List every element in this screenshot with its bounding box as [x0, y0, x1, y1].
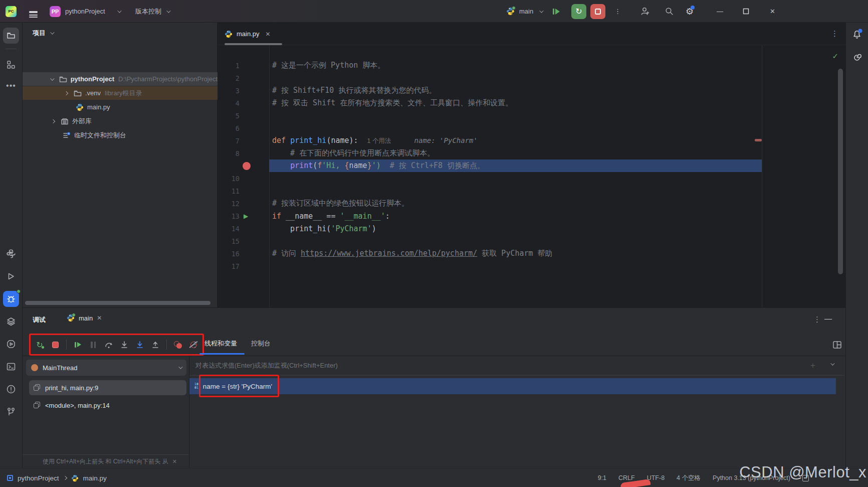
project-tool-icon[interactable] [3, 28, 19, 44]
stop-icon[interactable] [51, 340, 60, 349]
usage-inlay[interactable]: 1 个用法 [367, 137, 391, 144]
line-number: 2 [218, 74, 240, 82]
session-close-icon[interactable]: ✕ [97, 314, 102, 321]
breadcrumb-file[interactable]: main.py [83, 474, 107, 482]
step-out-icon[interactable] [151, 340, 160, 349]
watch-expression-bar[interactable]: 对表达式求值(Enter)或添加监视(Ctrl+Shift+Enter) + [189, 356, 844, 376]
tab-threads-variables[interactable]: 线程和变量 [204, 339, 237, 348]
project-selector[interactable]: pythonProject [65, 0, 105, 23]
rerun-debug-button[interactable]: ↻ [571, 0, 586, 23]
tab-close-icon[interactable]: ✕ [266, 31, 271, 38]
debug-tool-icon[interactable] [3, 291, 19, 307]
gutter [240, 162, 269, 170]
debug-options-icon[interactable]: ⋮ [813, 315, 821, 324]
frame-row-print-hi[interactable]: print_hi, main.py:9 [29, 380, 186, 395]
code-text[interactable]: # 按 双击 Shift 在所有地方搜索类、文件、工具窗口、操作和设置。 [269, 98, 513, 108]
git-tool-icon[interactable] [7, 407, 16, 417]
code-text[interactable]: # 在下面的代码行中使用断点来调试脚本。 [269, 148, 435, 158]
tab-console[interactable]: 控制台 [251, 339, 271, 348]
tab-main-py[interactable]: main.py ✕ [225, 23, 271, 45]
vcs-chevron-icon[interactable] [166, 0, 169, 23]
more-tools-icon[interactable]: ••• [6, 81, 16, 90]
structure-tool-icon[interactable] [7, 60, 16, 69]
more-actions-icon[interactable]: ⋮ [614, 0, 621, 23]
code-text[interactable]: # 这是一个示例 Python 脚本。 [269, 61, 385, 70]
toolbar-separator [166, 340, 167, 350]
step-into-icon[interactable] [120, 340, 129, 349]
expand-chevron-icon[interactable] [50, 76, 54, 80]
view-breakpoints-icon[interactable] [173, 340, 182, 349]
add-user-icon[interactable] [640, 0, 650, 23]
hint-close-icon[interactable]: ✕ [172, 458, 177, 465]
debug-minimize-icon[interactable]: — [824, 314, 832, 322]
step-into-my-code-icon[interactable] [135, 340, 144, 349]
code-text[interactable]: if __name__ == '__main__': [269, 212, 390, 221]
indent-style[interactable]: 4 个空格 [677, 474, 701, 482]
code-text[interactable]: # 访问 https://www.jetbrains.com/help/pych… [269, 249, 553, 258]
python-interpreter[interactable]: Python 3.13 (pythonProject) [713, 474, 790, 481]
run-config-selector[interactable]: main [519, 0, 533, 23]
rerun-debug-icon[interactable]: ↻ [35, 340, 44, 349]
watch-chevron-icon[interactable] [830, 361, 834, 365]
add-watch-icon[interactable]: + [810, 361, 815, 371]
variable-row-name[interactable]: 1001 name = {str} 'PyCharm' [189, 378, 836, 394]
code-text[interactable]: # 按 Shift+F10 执行或将其替换为您的代码。 [269, 86, 436, 95]
code-line: 12# 按装订区域中的绿色按钮以运行脚本。 [218, 197, 845, 210]
layout-settings-icon[interactable] [833, 341, 841, 349]
collapse-chevron-icon[interactable] [64, 91, 68, 95]
settings-gear-icon[interactable]: ⚙ [686, 0, 694, 23]
tree-row-external-libs[interactable]: 外部库 [23, 114, 218, 128]
main-menu-icon[interactable] [29, 0, 38, 23]
tree-row-venv[interactable]: .venv library根目录 [23, 86, 218, 100]
lock-icon[interactable] [802, 475, 809, 481]
resume-icon[interactable] [73, 340, 82, 349]
thread-selector[interactable]: MainThread [26, 360, 186, 376]
resume-program-icon[interactable] [553, 0, 560, 23]
python-console-icon[interactable] [6, 249, 16, 259]
project-chevron-icon[interactable] [117, 0, 120, 23]
code-text[interactable]: # 按装订区域中的绿色按钮以运行脚本。 [269, 199, 409, 208]
inspections-ok-icon[interactable]: ✓ [832, 52, 838, 61]
tree-row-main-py[interactable]: main.py [23, 100, 218, 114]
maximize-button[interactable] [743, 0, 749, 23]
code-area[interactable]: 1# 这是一个示例 Python 脚本。23# 按 Shift+F10 执行或将… [218, 45, 845, 307]
close-button[interactable]: ✕ [770, 0, 775, 23]
debug-session-tab[interactable]: main ✕ [67, 314, 102, 322]
code-text[interactable]: print(f'Hi, {name}') # 按 Ctrl+F8 切换断点。 [269, 161, 485, 171]
hint-text: 使用 Ctrl+Alt+向上箭头 和 Ctrl+Alt+向下箭头 从 [43, 457, 168, 466]
stop-button[interactable] [590, 0, 605, 23]
caret-position[interactable]: 9:1 [598, 474, 606, 481]
step-over-icon[interactable] [104, 340, 113, 349]
ai-assistant-icon[interactable] [852, 53, 862, 63]
vcs-selector[interactable]: 版本控制 [135, 0, 161, 23]
services-tool-icon[interactable] [7, 317, 16, 327]
toolbar-more-icon[interactable]: ⋮ [191, 340, 199, 349]
breadcrumb-project[interactable]: pythonProject [18, 474, 59, 482]
python-packages-tool-icon[interactable] [7, 340, 16, 349]
problems-tool-icon[interactable] [7, 385, 16, 394]
notifications-bell-icon[interactable] [852, 30, 862, 40]
project-panel-header[interactable]: 项目 [33, 29, 53, 38]
code-text[interactable]: def print_hi(name):1 个用法name: 'PyCharm' [269, 136, 478, 145]
terminal-tool-icon[interactable] [7, 362, 16, 372]
project-badge[interactable]: PP [50, 0, 61, 23]
search-everywhere-icon[interactable] [665, 0, 674, 23]
minimize-button[interactable]: — [717, 0, 723, 23]
editor-options-icon[interactable]: ⋮ [831, 29, 838, 38]
app-logo-icon: PC [6, 0, 17, 23]
run-config-chevron-icon[interactable] [539, 0, 542, 23]
code-text[interactable]: print_hi('PyCharm') [269, 224, 376, 233]
run-tool-icon[interactable] [7, 272, 15, 280]
editor-scrollbar[interactable] [838, 69, 843, 274]
tree-row-project-root[interactable]: pythonProject D:\PycharmProjects\pythonP… [23, 72, 218, 86]
code-line: print(f'Hi, {name}') # 按 Ctrl+F8 切换断点。 [218, 159, 845, 172]
tree-row-scratches[interactable]: 临时文件和控制台 [23, 128, 218, 142]
debug-header: 调试 main ✕ ⋮ — [23, 308, 845, 332]
debugger-inline-value: name: 'PyCharm' [414, 136, 478, 144]
frame-row-module[interactable]: <module>, main.py:14 [29, 398, 186, 413]
run-line-icon[interactable]: ▶ [244, 213, 248, 220]
line-ending[interactable]: CRLF [618, 474, 635, 481]
project-horizontal-scrollbar[interactable] [25, 301, 210, 305]
collapse-chevron-icon[interactable] [51, 119, 55, 123]
breakpoint-icon[interactable] [243, 162, 251, 170]
